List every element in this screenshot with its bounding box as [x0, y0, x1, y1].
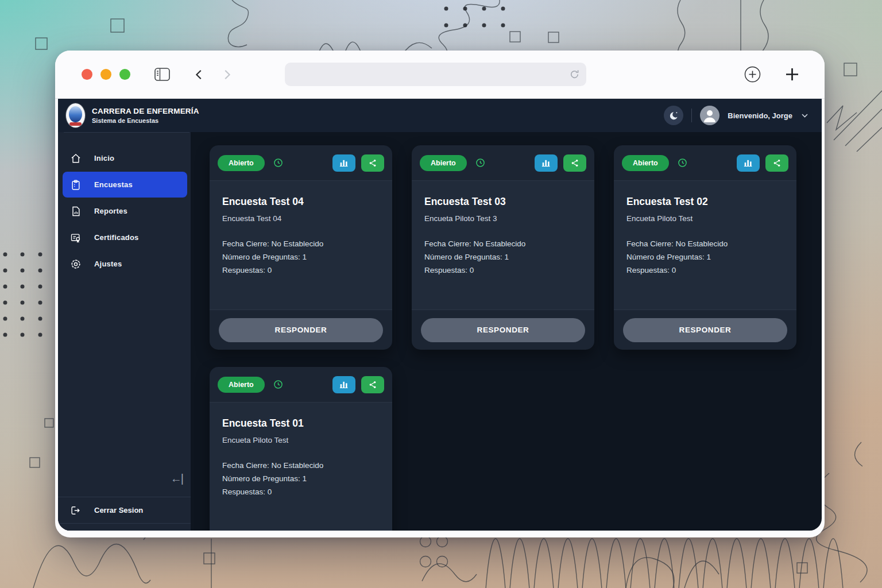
view-results-button[interactable] [737, 154, 760, 172]
logout-button[interactable]: Cerrar Sesion [58, 497, 191, 523]
sidebar-divider [64, 132, 189, 133]
clock-icon [273, 379, 284, 390]
report-icon [69, 206, 82, 217]
reload-icon[interactable] [568, 68, 581, 80]
back-icon[interactable] [193, 68, 206, 81]
survey-close-date: Fecha Cierre: No Establecido [424, 237, 582, 250]
browser-window: CARRERA DE ENFERMERÍA Sistema de Encuest… [55, 51, 825, 537]
sidebar-item-label: Encuestas [94, 180, 133, 189]
responder-button[interactable]: RESPONDER [421, 318, 585, 342]
survey-response-count: Respuestas: 0 [222, 264, 380, 277]
maximize-window-button[interactable] [119, 69, 130, 80]
sidebar-toggle-icon[interactable] [154, 68, 170, 81]
share-button[interactable] [361, 376, 384, 393]
survey-question-count: Número de Preguntas: 1 [626, 250, 784, 264]
survey-question-count: Número de Preguntas: 1 [424, 250, 582, 264]
sidebar: Inicio Encuestas Reportes [58, 132, 191, 531]
user-greeting[interactable]: Bienvenido, Jorge [728, 111, 792, 120]
status-badge: Abierto [622, 155, 669, 171]
new-tab-icon[interactable] [785, 67, 799, 82]
collapse-sidebar-icon[interactable]: ←| [171, 473, 183, 484]
app-subtitle: Sistema de Encuestas [92, 117, 199, 124]
survey-close-date: Fecha Cierre: No Establecido [222, 237, 380, 250]
sidebar-item-label: Ajustes [94, 260, 122, 268]
share-button[interactable] [361, 154, 384, 172]
sidebar-item-label: Inicio [94, 154, 114, 163]
status-badge: Abierto [218, 155, 265, 171]
forward-icon[interactable] [220, 68, 233, 81]
survey-response-count: Respuestas: 0 [222, 485, 380, 498]
home-icon [69, 153, 82, 164]
certificate-icon [69, 232, 82, 243]
survey-title: Encuesta Test 01 [222, 417, 380, 430]
share-icon [772, 158, 782, 168]
settings-icon [69, 258, 82, 270]
dark-mode-toggle[interactable] [664, 106, 683, 125]
sidebar-item-ajustes[interactable]: Ajustes [63, 251, 187, 277]
clock-icon [677, 157, 688, 168]
logout-label: Cerrar Sesion [94, 506, 143, 514]
survey-question-count: Número de Preguntas: 1 [222, 250, 380, 264]
survey-card: Abierto [412, 145, 594, 350]
browser-chrome [55, 51, 825, 99]
survey-description: Encueta Piloto Test [626, 214, 784, 223]
share-button[interactable] [563, 154, 586, 172]
bar-chart-icon [744, 158, 753, 167]
clock-icon [273, 157, 284, 168]
status-badge: Abierto [420, 155, 467, 171]
sidebar-item-encuestas[interactable]: Encuestas [63, 172, 187, 198]
survey-question-count: Número de Preguntas: 1 [222, 472, 380, 485]
person-icon [700, 106, 719, 125]
app-root: CARRERA DE ENFERMERÍA Sistema de Encuest… [58, 99, 822, 531]
url-bar[interactable] [285, 63, 586, 86]
share-icon [368, 158, 377, 168]
survey-description: Encueta Piloto Test [222, 436, 380, 444]
responder-button[interactable]: RESPONDER [623, 318, 787, 342]
view-results-button[interactable] [332, 376, 355, 393]
share-icon [570, 158, 579, 168]
share-button[interactable] [765, 154, 788, 172]
sidebar-collapse-row: ←| [58, 473, 191, 484]
status-badge: Abierto [218, 377, 265, 393]
window-controls [82, 69, 130, 80]
avatar[interactable] [700, 106, 719, 125]
survey-response-count: Respuestas: 0 [424, 264, 582, 277]
university-logo [66, 103, 85, 127]
bar-chart-icon [339, 158, 349, 167]
responder-button[interactable]: RESPONDER [219, 318, 383, 342]
view-results-button[interactable] [535, 154, 558, 172]
surveys-grid: Abierto [191, 132, 822, 531]
survey-response-count: Respuestas: 0 [626, 264, 784, 277]
survey-description: Encueta Piloto Test 3 [424, 214, 582, 223]
bar-chart-icon [541, 158, 551, 167]
survey-close-date: Fecha Cierre: No Establecido [222, 459, 380, 472]
survey-card: Abierto [614, 145, 796, 350]
minimize-window-button[interactable] [100, 69, 111, 80]
app-title: CARRERA DE ENFERMERÍA [92, 107, 199, 115]
view-results-button[interactable] [332, 154, 355, 172]
bar-chart-icon [339, 380, 349, 389]
clipboard-icon [69, 179, 82, 191]
sidebar-item-inicio[interactable]: Inicio [63, 145, 187, 171]
survey-title: Encuesta Test 03 [424, 196, 582, 208]
logout-icon [69, 505, 81, 516]
moon-icon [669, 111, 679, 121]
survey-title: Encuesta Test 02 [626, 196, 784, 208]
sidebar-item-reportes[interactable]: Reportes [63, 198, 187, 224]
clock-icon [475, 157, 486, 168]
survey-card: Abierto [210, 145, 392, 350]
share-icon [368, 380, 377, 389]
sidebar-item-certificados[interactable]: Certificados [63, 225, 187, 250]
chevron-down-icon[interactable] [802, 114, 808, 118]
close-window-button[interactable] [82, 69, 92, 80]
survey-title: Encuesta Test 04 [222, 196, 380, 208]
survey-description: Encuesta Test 04 [222, 214, 380, 223]
app-header: CARRERA DE ENFERMERÍA Sistema de Encuest… [58, 99, 822, 132]
survey-card: Abierto [210, 367, 392, 531]
sidebar-item-label: Reportes [94, 207, 127, 215]
survey-close-date: Fecha Cierre: No Establecido [626, 237, 784, 250]
sidebar-item-label: Certificados [94, 233, 139, 242]
extensions-add-icon[interactable] [744, 66, 761, 83]
header-divider [691, 109, 692, 122]
